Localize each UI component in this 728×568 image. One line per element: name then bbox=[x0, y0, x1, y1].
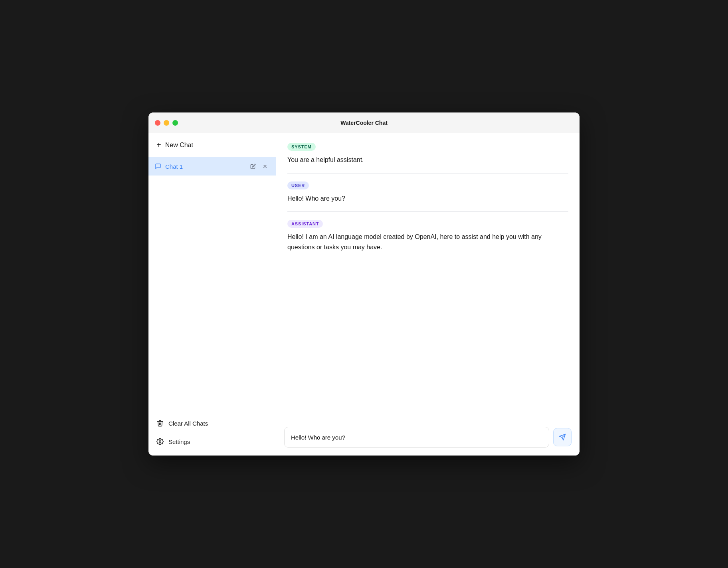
message-input[interactable] bbox=[284, 427, 549, 448]
divider-1 bbox=[287, 173, 568, 174]
input-area bbox=[276, 420, 580, 456]
app-window: WaterCooler Chat + New Chat Chat 1 bbox=[148, 112, 580, 456]
minimize-button[interactable] bbox=[164, 120, 169, 126]
send-button[interactable] bbox=[553, 428, 572, 446]
delete-chat-button[interactable] bbox=[261, 163, 269, 170]
settings-icon bbox=[156, 438, 164, 445]
chat-name: Chat 1 bbox=[165, 163, 245, 170]
message-text-user: Hello! Who are you? bbox=[287, 193, 568, 204]
traffic-lights bbox=[155, 120, 178, 126]
divider-2 bbox=[287, 211, 568, 212]
message-text-assistant: Hello! I am an AI language model created… bbox=[287, 232, 568, 252]
clear-all-chats-button[interactable]: Clear All Chats bbox=[148, 414, 276, 432]
role-badge-system: SYSTEM bbox=[287, 143, 316, 151]
svg-point-2 bbox=[159, 441, 161, 443]
sidebar: + New Chat Chat 1 bbox=[148, 133, 276, 456]
chat-area: SYSTEM You are a helpful assistant. USER… bbox=[276, 133, 580, 456]
chat-item[interactable]: Chat 1 bbox=[148, 157, 276, 176]
new-chat-label: New Chat bbox=[165, 142, 193, 149]
window-title: WaterCooler Chat bbox=[340, 120, 388, 126]
role-badge-assistant: ASSISTANT bbox=[287, 220, 323, 228]
clear-all-chats-label: Clear All Chats bbox=[168, 420, 208, 427]
close-button[interactable] bbox=[155, 120, 160, 126]
chat-bubble-icon bbox=[155, 163, 161, 170]
message-block-system: SYSTEM You are a helpful assistant. bbox=[287, 143, 568, 165]
role-badge-user: USER bbox=[287, 181, 309, 189]
settings-button[interactable]: Settings bbox=[148, 432, 276, 451]
message-block-assistant: ASSISTANT Hello! I am an AI language mod… bbox=[287, 220, 568, 252]
titlebar: WaterCooler Chat bbox=[148, 112, 580, 133]
send-icon bbox=[559, 434, 566, 441]
trash-icon bbox=[156, 420, 164, 427]
message-text-system: You are a helpful assistant. bbox=[287, 155, 568, 165]
chat-list: Chat 1 bbox=[148, 157, 276, 409]
edit-chat-button[interactable] bbox=[249, 163, 257, 170]
chat-actions bbox=[249, 163, 269, 170]
main-content: + New Chat Chat 1 bbox=[148, 133, 580, 456]
messages-container: SYSTEM You are a helpful assistant. USER… bbox=[276, 133, 580, 420]
message-block-user: USER Hello! Who are you? bbox=[287, 181, 568, 204]
new-chat-button[interactable]: + New Chat bbox=[148, 133, 276, 157]
settings-label: Settings bbox=[168, 438, 190, 445]
sidebar-footer: Clear All Chats Settings bbox=[148, 409, 276, 456]
maximize-button[interactable] bbox=[172, 120, 178, 126]
plus-icon: + bbox=[156, 140, 161, 150]
